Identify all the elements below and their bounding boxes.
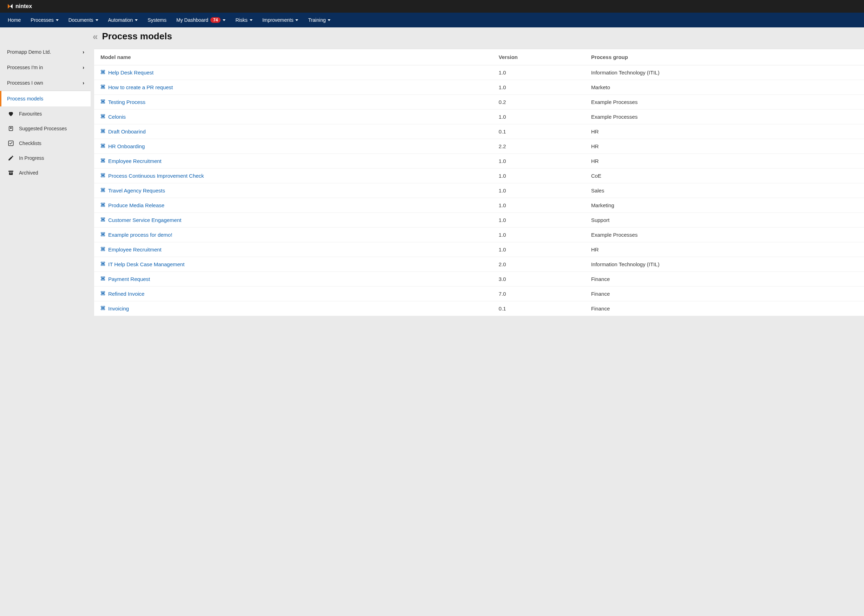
nav-my-dashboard-label: My Dashboard <box>176 17 208 23</box>
process-model-icon <box>101 306 105 311</box>
model-link[interactable]: Draft Onboarind <box>101 129 146 135</box>
process-model-icon <box>101 261 105 267</box>
model-link[interactable]: Invoicing <box>101 306 129 311</box>
model-link[interactable]: Testing Process <box>101 99 145 105</box>
svg-rect-36 <box>103 188 105 189</box>
svg-rect-49 <box>101 235 102 236</box>
sidebar-item-suggested[interactable]: Suggested Processes <box>0 121 91 136</box>
svg-rect-23 <box>101 144 102 145</box>
model-name-text: IT Help Desk Case Management <box>108 261 184 267</box>
sidebar-item-checklists[interactable]: Checklists <box>0 136 91 151</box>
nav-automation[interactable]: Automation <box>103 13 143 27</box>
cell-process-group: Information Technology (ITIL) <box>587 65 864 80</box>
process-model-icon <box>101 217 105 223</box>
lightbulb-icon <box>8 126 14 132</box>
model-link[interactable]: Payment Request <box>101 276 150 282</box>
col-header-version[interactable]: Version <box>495 49 587 65</box>
svg-rect-27 <box>101 159 102 160</box>
cell-process-group: HR <box>587 154 864 168</box>
sidebar-item-processes-in[interactable]: Processes I'm in › <box>0 60 91 75</box>
model-link[interactable]: HR Onboarding <box>101 143 145 149</box>
svg-rect-43 <box>101 218 102 219</box>
sidebar-item-in-progress[interactable]: In Progress <box>0 151 91 165</box>
model-link[interactable]: Employee Recruitment <box>101 247 162 253</box>
nav-my-dashboard[interactable]: My Dashboard 74 <box>171 13 230 27</box>
model-link[interactable]: Employee Recruitment <box>101 158 162 164</box>
svg-rect-58 <box>103 264 105 266</box>
svg-rect-25 <box>101 146 102 148</box>
process-model-icon <box>101 276 105 282</box>
model-link[interactable]: Help Desk Request <box>101 69 154 75</box>
sidebar-item-process-models[interactable]: Process models <box>0 91 91 107</box>
nav-systems[interactable]: Systems <box>143 13 171 27</box>
svg-point-1 <box>11 127 12 129</box>
table-row: Travel Agency Requests1.0Sales <box>94 183 864 198</box>
sidebar-item-archived[interactable]: Archived <box>0 165 91 180</box>
sidebar-item-label: Checklists <box>19 140 41 146</box>
svg-rect-69 <box>101 309 102 310</box>
svg-rect-4 <box>103 70 105 71</box>
svg-rect-13 <box>101 102 102 103</box>
cell-version: 1.0 <box>495 213 587 228</box>
cell-model-name: Customer Service Engagement <box>94 213 495 228</box>
model-name-text: HR Onboarding <box>108 143 145 149</box>
table-row: How to create a PR request1.0Marketo <box>94 80 864 95</box>
model-link[interactable]: IT Help Desk Case Management <box>101 261 184 267</box>
sidebar-item-favourites[interactable]: Favourites <box>0 107 91 121</box>
sidebar-item-processes-own[interactable]: Processes I own › <box>0 75 91 91</box>
model-link[interactable]: Produce Media Release <box>101 202 164 208</box>
svg-rect-29 <box>101 161 102 162</box>
brand-logo[interactable]: nintex <box>7 3 32 9</box>
svg-rect-66 <box>103 294 105 295</box>
nav-risks[interactable]: Risks <box>230 13 257 27</box>
cell-version: 1.0 <box>495 198 587 213</box>
sidebar-item-org[interactable]: Promapp Demo Ltd. › <box>0 44 91 60</box>
cell-model-name: Example process for demo! <box>94 228 495 242</box>
nav-processes[interactable]: Processes <box>26 13 63 27</box>
svg-rect-56 <box>103 262 105 263</box>
svg-rect-46 <box>103 220 105 221</box>
cell-version: 0.1 <box>495 124 587 139</box>
nav-home[interactable]: Home <box>3 13 26 27</box>
model-link[interactable]: Celonis <box>101 114 126 120</box>
nav-home-label: Home <box>8 17 21 23</box>
nav-improvements[interactable]: Improvements <box>258 13 303 27</box>
svg-rect-9 <box>101 88 102 88</box>
cell-process-group: Example Processes <box>587 95 864 110</box>
cell-process-group: Support <box>587 213 864 228</box>
svg-rect-60 <box>103 277 105 278</box>
nav-training[interactable]: Training <box>303 13 335 27</box>
svg-rect-39 <box>101 203 102 204</box>
svg-rect-24 <box>103 144 105 145</box>
svg-rect-8 <box>103 85 105 86</box>
model-link[interactable]: Refined Invoice <box>101 291 145 297</box>
nav-systems-label: Systems <box>148 17 167 23</box>
model-link[interactable]: Process Continuous Improvement Check <box>101 173 204 179</box>
col-header-model-name[interactable]: Model name <box>94 49 495 65</box>
table-row: Help Desk Request1.0Information Technolo… <box>94 65 864 80</box>
nav-documents[interactable]: Documents <box>64 13 103 27</box>
process-model-icon <box>101 291 105 297</box>
model-name-text: Payment Request <box>108 276 150 282</box>
model-link[interactable]: Customer Service Engagement <box>101 217 181 223</box>
cell-version: 1.0 <box>495 183 587 198</box>
col-header-process-group[interactable]: Process group <box>587 49 864 65</box>
svg-rect-51 <box>101 247 102 248</box>
cell-version: 1.0 <box>495 65 587 80</box>
cell-process-group: Information Technology (ITIL) <box>587 257 864 272</box>
collapse-sidebar-icon[interactable]: « <box>93 32 97 41</box>
cell-version: 2.0 <box>495 257 587 272</box>
cell-version: 1.0 <box>495 228 587 242</box>
cell-process-group: Sales <box>587 183 864 198</box>
model-link[interactable]: How to create a PR request <box>101 84 173 90</box>
svg-rect-64 <box>103 291 105 292</box>
model-link[interactable]: Example process for demo! <box>101 232 173 238</box>
caret-down-icon <box>295 19 298 21</box>
process-model-icon <box>101 99 105 105</box>
chevron-right-icon: › <box>83 80 84 86</box>
sidebar-item-label: Promapp Demo Ltd. <box>7 49 51 55</box>
nav-documents-label: Documents <box>69 17 93 23</box>
model-link[interactable]: Travel Agency Requests <box>101 187 165 193</box>
svg-rect-20 <box>103 129 105 130</box>
svg-rect-62 <box>103 279 105 280</box>
